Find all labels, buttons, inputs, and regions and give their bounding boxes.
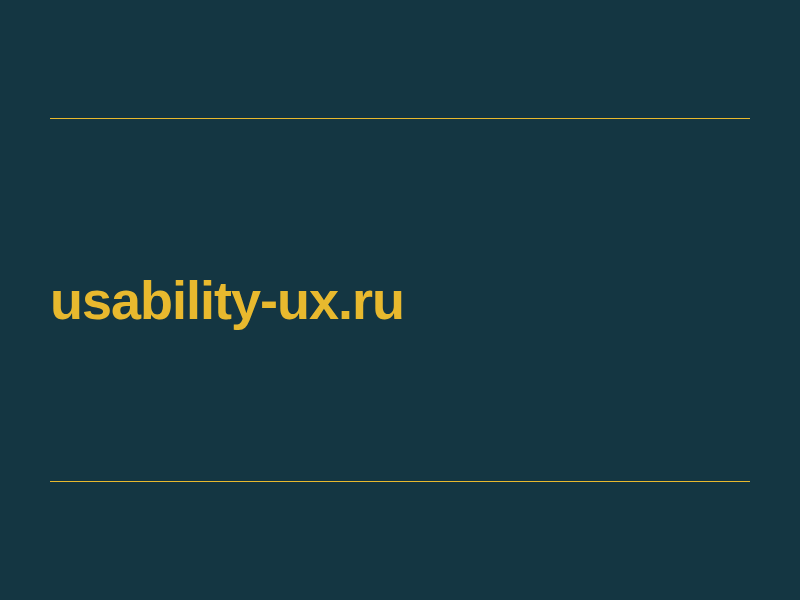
bottom-divider: [50, 481, 750, 482]
domain-name-text: usability-ux.ru: [50, 269, 404, 331]
content-area: usability-ux.ru: [50, 119, 750, 481]
